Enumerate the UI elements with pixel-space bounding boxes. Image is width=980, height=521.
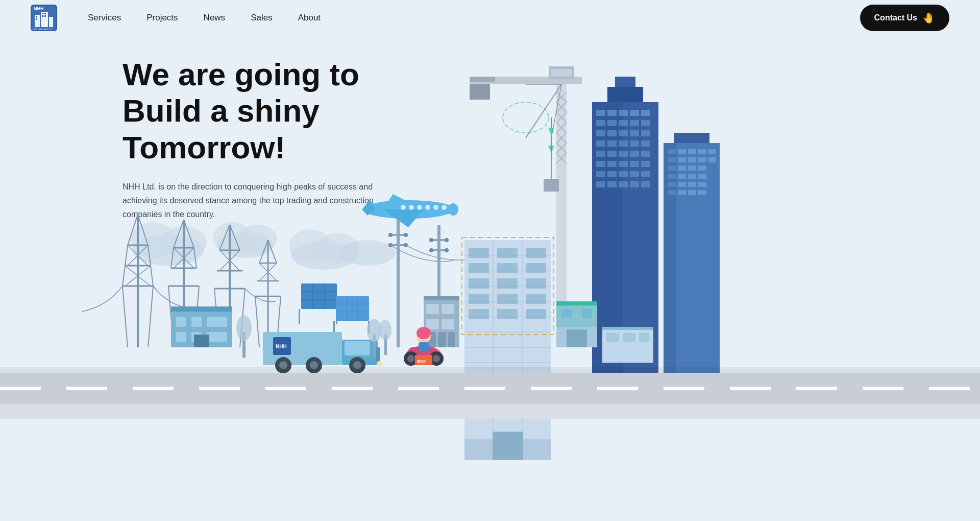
svg-rect-263	[630, 181, 639, 187]
svg-rect-281	[678, 165, 686, 171]
svg-rect-273	[698, 149, 706, 154]
svg-rect-217	[470, 84, 490, 100]
svg-rect-287	[698, 174, 706, 179]
svg-rect-242	[619, 140, 628, 147]
svg-rect-4	[49, 17, 53, 27]
svg-rect-308	[639, 333, 649, 342]
svg-rect-318	[464, 387, 505, 390]
svg-rect-8	[42, 15, 43, 17]
svg-line-41	[125, 245, 128, 266]
nav-about[interactable]: About	[298, 13, 321, 23]
svg-line-79	[255, 296, 259, 347]
svg-point-32	[425, 205, 430, 210]
nav-services[interactable]: Services	[88, 13, 121, 23]
svg-rect-260	[596, 181, 605, 187]
svg-rect-247	[619, 151, 628, 157]
svg-rect-319	[531, 387, 572, 390]
svg-rect-279	[708, 157, 716, 162]
svg-line-45	[122, 286, 128, 347]
svg-rect-232	[619, 120, 628, 126]
svg-rect-188	[497, 309, 518, 319]
svg-rect-216	[551, 69, 572, 77]
svg-rect-129	[442, 319, 454, 329]
svg-rect-303	[567, 329, 587, 347]
svg-rect-261	[607, 181, 617, 187]
svg-rect-214	[544, 179, 559, 192]
svg-rect-294	[688, 190, 696, 195]
svg-rect-254	[641, 161, 650, 167]
svg-rect-262	[619, 181, 628, 187]
svg-point-114	[404, 233, 408, 237]
nav-sales[interactable]: Sales	[251, 13, 273, 23]
svg-line-46	[148, 286, 153, 347]
svg-rect-256	[607, 171, 617, 177]
svg-rect-266	[615, 77, 635, 87]
svg-rect-138	[345, 341, 370, 356]
svg-rect-314	[199, 387, 240, 390]
svg-rect-311	[0, 387, 41, 390]
svg-rect-271	[678, 149, 686, 154]
svg-rect-193	[556, 77, 567, 317]
svg-rect-101	[301, 283, 337, 309]
svg-rect-183	[526, 278, 546, 289]
svg-rect-246	[607, 151, 617, 157]
svg-rect-209	[470, 77, 495, 82]
svg-rect-316	[332, 387, 373, 390]
svg-rect-290	[688, 182, 696, 187]
svg-rect-109	[336, 296, 369, 321]
svg-rect-255	[596, 171, 605, 177]
svg-point-34	[442, 205, 447, 210]
svg-rect-92	[217, 332, 227, 342]
logo[interactable]: NHH NEW HAFIZHABIE LTD	[31, 5, 57, 31]
svg-point-161	[367, 319, 381, 342]
svg-rect-239	[641, 130, 650, 136]
svg-point-31	[417, 205, 422, 210]
svg-rect-257	[619, 171, 628, 177]
contact-button[interactable]: Contact Us 🤚	[860, 5, 949, 31]
svg-point-29	[401, 205, 406, 210]
svg-point-30	[409, 205, 414, 210]
svg-rect-282	[688, 165, 696, 171]
svg-rect-226	[607, 110, 617, 116]
svg-rect-312	[66, 387, 107, 390]
svg-rect-317	[398, 387, 439, 390]
svg-rect-301	[561, 309, 572, 318]
svg-rect-179	[497, 263, 518, 273]
svg-marker-222	[548, 146, 554, 153]
svg-point-146	[377, 361, 382, 366]
nav-news[interactable]: News	[204, 13, 226, 23]
svg-rect-175	[469, 248, 489, 258]
svg-point-122	[429, 248, 433, 252]
svg-rect-245	[596, 151, 605, 157]
svg-rect-243	[630, 140, 639, 147]
svg-rect-272	[688, 149, 696, 154]
svg-rect-93	[194, 335, 209, 347]
svg-rect-186	[526, 294, 546, 304]
svg-rect-315	[265, 387, 306, 390]
svg-rect-253	[630, 161, 639, 167]
svg-rect-85	[176, 317, 186, 327]
svg-point-33	[433, 205, 438, 210]
svg-rect-320	[597, 387, 638, 390]
svg-rect-265	[607, 87, 643, 102]
svg-rect-88	[217, 317, 227, 327]
svg-text:NHH: NHH	[34, 6, 44, 11]
svg-rect-127	[442, 304, 454, 314]
svg-rect-238	[630, 130, 639, 136]
svg-rect-274	[708, 149, 716, 154]
nav-projects[interactable]: Projects	[146, 13, 178, 23]
svg-point-28	[448, 203, 458, 216]
svg-rect-227	[619, 110, 628, 116]
svg-rect-286	[688, 174, 696, 179]
svg-text:NHH: NHH	[276, 344, 287, 349]
svg-rect-307	[623, 333, 635, 342]
svg-rect-128	[426, 319, 439, 329]
svg-rect-177	[526, 248, 546, 258]
svg-rect-326	[0, 404, 980, 419]
svg-rect-235	[596, 130, 605, 136]
svg-rect-244	[641, 140, 650, 147]
svg-marker-220	[548, 128, 554, 135]
svg-point-123	[445, 248, 449, 252]
svg-rect-189	[526, 309, 546, 319]
svg-rect-181	[469, 278, 489, 289]
